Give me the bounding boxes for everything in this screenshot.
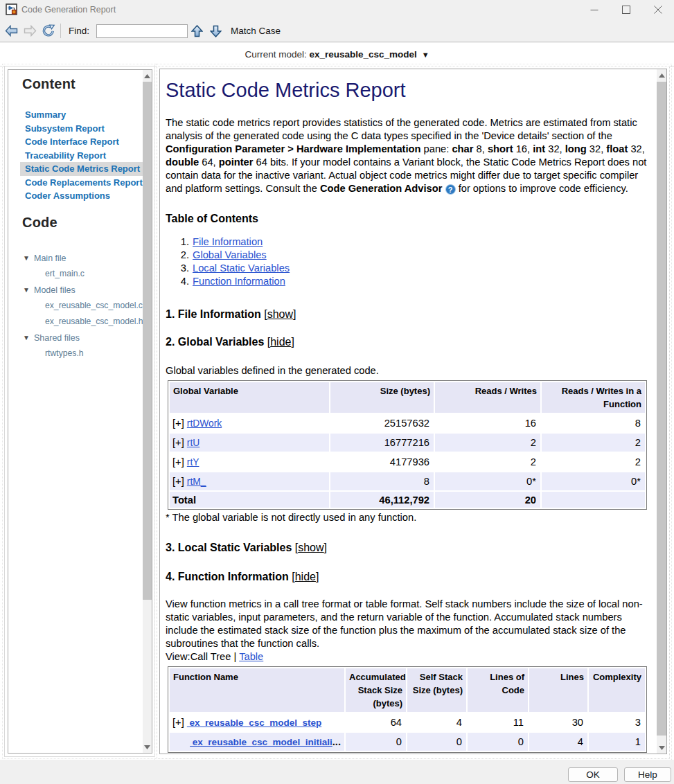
table-cell: 0 — [346, 733, 406, 751]
table-row: ex_reusable_csc_model_initiali...00041 — [170, 733, 645, 751]
variable-link-rtm-[interactable]: rtM_ — [187, 476, 206, 487]
text-line: double 64, pointer 64 bits. If your mode… — [166, 156, 657, 169]
toc-item: 1.File Information — [166, 235, 657, 249]
toggle-show-link[interactable]: show — [298, 542, 323, 553]
content-heading: Content — [22, 76, 76, 92]
toc-link-local-static-variables[interactable]: Local Static Variables — [193, 262, 290, 274]
text-line: subroutines that the function calls. — [166, 637, 657, 650]
tree-node[interactable]: ▼Model files — [8, 282, 143, 298]
table-cell: 64 — [346, 713, 406, 731]
tree-node[interactable]: ▼Shared files — [8, 330, 143, 346]
table-cell: 30 — [529, 713, 587, 731]
text-line: analysis of the generated code using the… — [166, 130, 657, 143]
title-bar: Code Generation Report — [0, 0, 674, 19]
text-line: contain data for the inactive variant. A… — [166, 169, 657, 182]
model-bar: Current model: ex_reusable_csc_model ▼ — [0, 43, 674, 66]
variable-link-rtu[interactable]: rtU — [187, 438, 199, 448]
view-table-link[interactable]: Table — [239, 651, 263, 662]
column-header: Lines of Code — [468, 668, 528, 712]
variable-link-rtdwork[interactable]: rtDWork — [187, 418, 222, 429]
toc-number: 1. — [166, 235, 193, 249]
table-footnote: * The global variable is not directly us… — [166, 511, 657, 524]
text-line: static variables, input parameters, and … — [166, 611, 657, 624]
find-input[interactable] — [96, 24, 188, 38]
section-heading: 3. Local Static Variables [show] — [166, 541, 657, 554]
table-cell: 4177936 — [330, 453, 434, 471]
toc-link-global-variables[interactable]: Global Variables — [193, 249, 267, 260]
sidebar-scrollbar[interactable] — [143, 70, 152, 753]
chevron-down-icon[interactable]: ▼ — [23, 330, 34, 346]
forward-icon[interactable] — [24, 25, 37, 39]
report-scrollbar[interactable] — [657, 69, 666, 754]
footer-bar: OK Help — [0, 760, 674, 784]
toc-item: 2.Global Variables — [166, 249, 657, 262]
chevron-down-icon[interactable]: ▼ — [23, 250, 34, 266]
sidebar-item-subsystem-report[interactable]: Subsystem Report — [8, 122, 143, 136]
tree-file-item[interactable]: ert_main.c — [8, 266, 143, 282]
text-line: The static code metrics report provides … — [166, 116, 657, 130]
sidebar-item-static-code-metrics-report[interactable]: Static Code Metrics Report — [20, 162, 147, 176]
find-label: Find: — [69, 26, 89, 36]
sidebar-item-summary[interactable]: Summary — [8, 108, 143, 122]
tree-file-item[interactable]: ex_reusable_csc_model.c — [8, 298, 143, 314]
question-mark-icon[interactable]: ? — [445, 184, 456, 195]
tree-file-item[interactable]: ex_reusable_csc_model.h — [8, 314, 143, 330]
section-heading: 1. File Information [show] — [166, 308, 657, 321]
toggle-hide-link[interactable]: hide — [270, 336, 291, 348]
column-header: Reads / Writes in a Function — [542, 382, 645, 413]
find-next-icon[interactable] — [210, 25, 222, 40]
column-header: Reads / Writes — [435, 382, 540, 413]
client-area: Current model: ex_reusable_csc_model ▼ C… — [0, 43, 674, 760]
table-cell: 0 — [468, 733, 528, 751]
refresh-icon[interactable] — [42, 24, 56, 40]
toc-item: 3.Local Static Variables — [166, 262, 657, 275]
function-link-ex-reusable-csc-model-initiali[interactable]: ex_reusable_csc_model_initiali — [190, 737, 332, 747]
text-line: include the estimated stack size of the … — [166, 624, 657, 637]
column-header: Self Stack Size (bytes) — [407, 668, 466, 712]
report-content: Static Code Metrics ReportThe static cod… — [160, 69, 657, 754]
column-header: Function Name — [170, 668, 344, 712]
model-dropdown-icon[interactable]: ▼ — [420, 51, 429, 59]
function-info-desc: View function metrics in a call tree for… — [166, 598, 657, 650]
tree-node[interactable]: ▼Main file — [8, 250, 143, 266]
help-button[interactable]: Help — [624, 767, 671, 782]
back-icon[interactable] — [5, 25, 18, 39]
tree-file-item[interactable]: rtwtypes.h — [8, 346, 143, 362]
sidebar-item-coder-assumptions[interactable]: Coder Assumptions — [8, 189, 143, 203]
match-case-label[interactable]: Match Case — [231, 26, 281, 36]
sidebar-item-code-replacements-report[interactable]: Code Replacements Report — [8, 176, 143, 190]
toggle-hide-link[interactable]: hide — [295, 571, 316, 582]
sidebar-item-code-interface-report[interactable]: Code Interface Report — [8, 135, 143, 149]
close-button[interactable] — [642, 0, 674, 19]
table-cell: 16777216 — [330, 434, 434, 452]
column-header: Complexity — [589, 668, 645, 712]
table-cell: 0 — [407, 733, 466, 751]
sidebar-item-traceability-report[interactable]: Traceability Report — [8, 149, 143, 163]
variable-link-rty[interactable]: rtY — [187, 457, 199, 467]
toggle-show-link[interactable]: show — [267, 308, 293, 320]
toolbar-separator — [60, 24, 61, 38]
find-toolbar: Find: Match Case — [0, 19, 674, 42]
toc-item: 4.Function Information — [166, 275, 657, 288]
table-cell: 2 — [435, 434, 540, 452]
minimize-button[interactable] — [578, 0, 610, 19]
toc-link-file-information[interactable]: File Information — [193, 236, 263, 247]
section-heading: 4. Function Information [hide] — [166, 570, 657, 583]
app-icon — [6, 3, 18, 16]
function-link-ex-reusable-csc-model-step[interactable]: ex_reusable_csc_model_step — [187, 718, 321, 728]
ok-button[interactable]: OK — [568, 767, 618, 782]
table-row: [+] rtY417793622 — [170, 453, 645, 471]
find-previous-icon[interactable] — [191, 25, 203, 40]
window-title: Code Generation Report — [21, 5, 116, 15]
text-line: View function metrics in a call tree for… — [166, 598, 657, 611]
toc-heading: Table of Contents — [166, 212, 657, 225]
table-cell — [542, 492, 645, 508]
table-cell: 2 — [435, 453, 540, 471]
chevron-down-icon[interactable]: ▼ — [23, 282, 34, 298]
toc-link-function-information[interactable]: Function Information — [193, 276, 285, 287]
table-cell: 1 — [589, 733, 645, 751]
text-line: Configuration Parameter > Hardware Imple… — [166, 143, 657, 156]
global-table-caption: Global variables defined in the generate… — [166, 364, 657, 377]
sidebar-panel: Content SummarySubsystem ReportCode Inte… — [4, 66, 155, 757]
maximize-button[interactable] — [610, 0, 642, 19]
